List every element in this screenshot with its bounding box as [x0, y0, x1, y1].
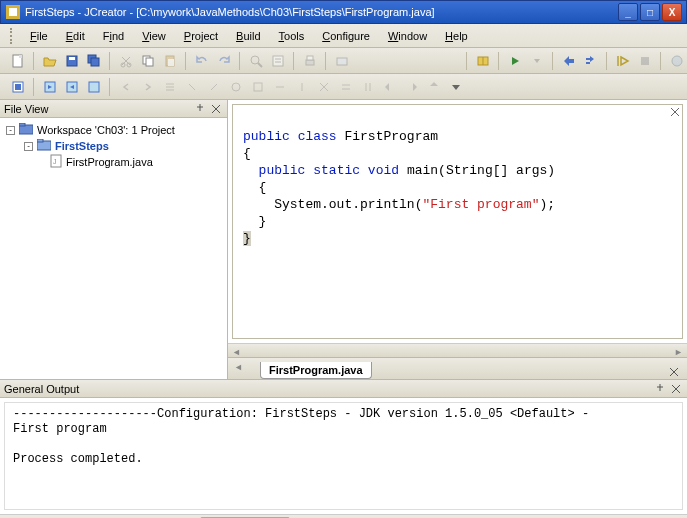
- edit-2-button[interactable]: [204, 77, 224, 97]
- java-file-icon: J: [50, 154, 62, 170]
- svg-rect-11: [146, 58, 153, 66]
- svg-rect-20: [307, 56, 313, 60]
- editor-tabstrip: FirstProgram.java: [228, 357, 687, 379]
- editor-hscroll[interactable]: [228, 343, 687, 357]
- svg-point-14: [251, 56, 259, 64]
- print-button[interactable]: [300, 51, 320, 71]
- menu-find[interactable]: Find: [95, 28, 132, 44]
- maximize-button[interactable]: □: [640, 3, 660, 21]
- menu-window[interactable]: Window: [380, 28, 435, 44]
- debug-button[interactable]: [613, 51, 633, 71]
- workspace-label: Workspace 'Ch03': 1 Project: [37, 124, 175, 136]
- help-button[interactable]: [667, 51, 687, 71]
- svg-rect-24: [641, 57, 649, 65]
- bookmark-toggle-button[interactable]: [8, 77, 28, 97]
- file-view-header: File View: [0, 100, 227, 118]
- svg-rect-37: [19, 123, 25, 126]
- tree-file[interactable]: J FirstProgram.java: [6, 154, 221, 170]
- edit-3-button[interactable]: [226, 77, 246, 97]
- pane-close-icon[interactable]: [209, 102, 223, 116]
- collapse-icon[interactable]: -: [24, 142, 33, 151]
- svg-point-25: [672, 56, 682, 66]
- redo-button[interactable]: [214, 51, 234, 71]
- menu-file[interactable]: File: [22, 28, 56, 44]
- svg-rect-5: [69, 57, 75, 60]
- bookmark-next-button[interactable]: [40, 77, 60, 97]
- run-drop-button[interactable]: [527, 51, 547, 71]
- edit-1-button[interactable]: [182, 77, 202, 97]
- find-button[interactable]: [246, 51, 266, 71]
- stop-button[interactable]: [635, 51, 655, 71]
- open-button[interactable]: [40, 51, 60, 71]
- svg-point-34: [232, 83, 240, 91]
- menu-project[interactable]: Project: [176, 28, 226, 44]
- svg-text:J: J: [53, 158, 57, 165]
- editor-close-icon[interactable]: [670, 107, 680, 119]
- tree-project[interactable]: - FirstSteps: [6, 138, 221, 154]
- svg-rect-21: [337, 58, 347, 65]
- edit-6-button[interactable]: [292, 77, 312, 97]
- bookmark-prev-button[interactable]: [62, 77, 82, 97]
- file-tree[interactable]: - Workspace 'Ch03': 1 Project - FirstSte…: [0, 118, 227, 174]
- menu-tools[interactable]: Tools: [271, 28, 313, 44]
- titlebar: FirstSteps - JCreator - [C:\mywork\JavaM…: [0, 0, 687, 24]
- edit-9-button[interactable]: [358, 77, 378, 97]
- menu-help[interactable]: Help: [437, 28, 476, 44]
- scroll-left-icon[interactable]: [232, 345, 241, 357]
- code-editor[interactable]: public class FirstProgram { public stati…: [232, 104, 683, 339]
- undo-button[interactable]: [192, 51, 212, 71]
- indent-right-button[interactable]: [138, 77, 158, 97]
- format-button[interactable]: [160, 77, 180, 97]
- build-button[interactable]: [473, 51, 493, 71]
- findlist-button[interactable]: [268, 51, 288, 71]
- pin-icon[interactable]: [193, 102, 207, 116]
- copy-button[interactable]: [138, 51, 158, 71]
- scroll-right-icon[interactable]: [674, 345, 683, 357]
- indent-left-button[interactable]: [116, 77, 136, 97]
- compile-all-button[interactable]: [581, 51, 601, 71]
- menubar-grip[interactable]: [10, 28, 16, 44]
- edit-8-button[interactable]: [336, 77, 356, 97]
- close-button[interactable]: X: [662, 3, 682, 21]
- edit-12-button[interactable]: [424, 77, 444, 97]
- edit-11-button[interactable]: [402, 77, 422, 97]
- edit-10-button[interactable]: [380, 77, 400, 97]
- svg-rect-35: [254, 83, 262, 91]
- app-icon: [5, 4, 21, 20]
- svg-rect-13: [168, 59, 174, 66]
- output-pin-icon[interactable]: [653, 382, 667, 396]
- menu-configure[interactable]: Configure: [314, 28, 378, 44]
- editor-tab[interactable]: FirstProgram.java: [260, 362, 372, 379]
- save-button[interactable]: [62, 51, 82, 71]
- file-view-title: File View: [4, 103, 48, 115]
- save-all-button[interactable]: [84, 51, 104, 71]
- editor-close-tab-icon[interactable]: [667, 365, 681, 379]
- output-header: General Output: [0, 380, 687, 398]
- edit-5-button[interactable]: [270, 77, 290, 97]
- menu-view[interactable]: View: [134, 28, 174, 44]
- new-file-button[interactable]: [8, 51, 28, 71]
- run-button[interactable]: [505, 51, 525, 71]
- editor-pane: public class FirstProgram { public stati…: [228, 100, 687, 379]
- edit-4-button[interactable]: [248, 77, 268, 97]
- edit-drop-button[interactable]: [446, 77, 466, 97]
- tab-nav-left-icon[interactable]: [234, 360, 250, 376]
- edit-7-button[interactable]: [314, 77, 334, 97]
- collapse-icon[interactable]: -: [6, 126, 15, 135]
- compile-button[interactable]: [559, 51, 579, 71]
- output-close-icon[interactable]: [669, 382, 683, 396]
- menu-build[interactable]: Build: [228, 28, 268, 44]
- workspace-icon: [19, 123, 33, 137]
- workspace-button[interactable]: [332, 51, 352, 71]
- output-hscroll[interactable]: [0, 514, 687, 518]
- svg-rect-30: [89, 82, 99, 92]
- paste-button[interactable]: [160, 51, 180, 71]
- tree-workspace[interactable]: - Workspace 'Ch03': 1 Project: [6, 122, 221, 138]
- bookmark-set-button[interactable]: [84, 77, 104, 97]
- cut-button[interactable]: [116, 51, 136, 71]
- minimize-button[interactable]: _: [618, 3, 638, 21]
- output-console[interactable]: --------------------Configuration: First…: [4, 402, 683, 510]
- svg-rect-27: [15, 84, 21, 90]
- svg-rect-3: [19, 55, 22, 58]
- menu-edit[interactable]: Edit: [58, 28, 93, 44]
